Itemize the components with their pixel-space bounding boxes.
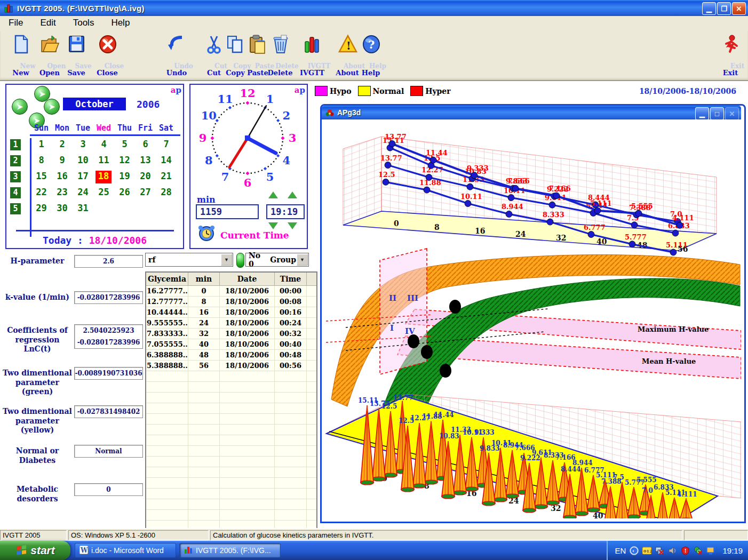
glycemia-3d-line-chart: 0816243240485612.511.8810.118.9448.3336.… [322,119,741,265]
display-settings-icon[interactable] [706,546,715,555]
start-button[interactable]: start [0,541,70,560]
table-cell [188,435,220,446]
table-row[interactable]: 10.44444...1618/10/200600:16 [146,307,317,318]
network-disconnected-icon[interactable] [655,546,664,555]
day-cell[interactable]: 29 [31,203,52,215]
selected-day[interactable]: 18 [96,171,112,183]
day-cell[interactable]: 6 [135,139,156,151]
ivgtt-button[interactable]: IVGTTIVGTT [299,34,325,78]
help-button[interactable]: ?HelpHelp [357,34,384,78]
clock-number: 8 [205,154,213,167]
volume-icon[interactable] [668,546,677,555]
chevron-down-icon[interactable]: ▼ [297,254,308,266]
table-cell: 40 [188,339,220,350]
day-cell[interactable]: 24 [73,187,93,199]
chevron-down-icon[interactable]: ▼ [221,254,232,266]
minute-down-button[interactable] [288,222,297,229]
day-cell[interactable]: 12 [114,155,135,167]
day-cell[interactable]: 27 [135,187,156,199]
table-row[interactable]: 7.833333...3218/10/200600:32 [146,329,317,339]
table-row[interactable]: 6.388888...4818/10/200600:48 [146,350,317,361]
language-indicator[interactable]: EN [615,546,626,555]
taskbar-task-2[interactable]: IVGTT 2005. (F:\IVG... [179,543,281,558]
table-row[interactable]: 16.27777...018/10/200600:00 [146,286,317,297]
day-cell[interactable]: 31 [73,203,93,215]
day-cell[interactable]: 7 [156,139,177,151]
svg-text:13.77: 13.77 [393,394,413,402]
week-number: 3 [10,171,21,182]
calendar-next-month-button[interactable]: ➤ [44,99,60,115]
day-cell[interactable]: 17 [73,171,93,183]
day-cell[interactable]: 4 [93,139,114,151]
calendar-prev-month-button[interactable]: ➤ [12,99,28,115]
table-cell [307,435,317,446]
day-cell[interactable]: 2 [52,139,73,151]
open-button[interactable]: OpenOpen [36,34,63,78]
time-input[interactable]: 19:19 [266,204,305,219]
day-cell[interactable]: 30 [52,203,73,215]
save-button[interactable]: SaveSave [63,34,90,78]
table-cell: 00:56 [275,361,307,371]
close-button[interactable]: ✕ [732,2,746,15]
apg3d-minimize-button[interactable]: ▁ [695,107,709,120]
apg3d-maximize-button[interactable]: □ [710,107,724,120]
hide-icons-chevron-icon[interactable]: ‹ [630,546,639,555]
undo-button[interactable]: UndoUndo [163,34,190,78]
apg3d-title-bar[interactable]: APg3d ▁ □ ✕ [322,106,741,119]
table-row[interactable]: 9.555555...2418/10/200600:24 [146,318,317,329]
delete-button[interactable]: DeleteDelete [267,34,293,78]
day-cell[interactable]: 26 [114,187,135,199]
day-cell[interactable]: 1 [31,139,52,151]
day-cell[interactable]: 14 [156,155,177,167]
day-cell[interactable]: 15 [31,171,52,183]
minutes-input[interactable]: 1159 [196,204,259,219]
messenger-offline-icon[interactable] [694,546,703,555]
table-cell: 18/10/2006 [220,339,275,350]
table-row[interactable]: 12.77777...818/10/200600:08 [146,297,317,307]
day-cell[interactable]: 23 [52,187,73,199]
menu-help[interactable]: Help [102,17,138,30]
day-cell[interactable]: 11 [93,155,114,167]
day-cell[interactable]: 22 [31,187,52,199]
taskbar-clock[interactable]: 19:19 [722,546,743,555]
day-cell[interactable]: 28 [156,187,177,199]
keyboard-indicator-icon[interactable]: 012 [642,546,651,555]
day-cell[interactable]: 5 [114,139,135,151]
minute-up-button[interactable] [288,191,297,198]
group-combobox[interactable]: No 0 Group ▼ [245,253,309,267]
table-row[interactable]: 5.388888...5618/10/200600:56 [146,361,317,371]
new-button[interactable]: NewNew [7,34,34,78]
menu-edit[interactable]: Edit [31,17,64,30]
day-cell[interactable]: 21 [156,171,177,183]
day-cell[interactable]: 9 [52,155,73,167]
hour-up-button[interactable] [268,191,278,198]
day-cell[interactable]: 8 [31,155,52,167]
about-button[interactable]: !AboutAbout [334,34,361,78]
day-cell[interactable]: 19 [114,171,135,183]
calendar-month[interactable]: October [63,98,126,110]
dataset-combobox[interactable]: rf ▼ [145,253,233,267]
hypo-color-swatch [315,86,328,96]
day-cell[interactable]: 16 [52,171,73,183]
menu-tools[interactable]: Tools [65,17,103,30]
day-cell[interactable]: 13 [135,155,156,167]
table-row[interactable]: 7.055555...4018/10/200600:40 [146,339,317,350]
day-cell[interactable]: 10 [73,155,93,167]
hour-down-button[interactable] [268,222,278,229]
restore-button[interactable]: ❐ [717,2,731,15]
table-cell [220,499,275,510]
close-button[interactable]: CloseClose [94,34,121,78]
menu-file[interactable]: File [0,17,31,30]
table-cell: 0 [188,286,220,297]
security-shield-icon[interactable]: ! [681,546,690,555]
apg3d-close-button[interactable]: ✕ [725,107,739,120]
day-cell[interactable]: 20 [135,171,156,183]
glycemia-table[interactable]: GlycemiaminDateTime16.27777...018/10/200… [145,271,317,560]
taskbar-task-1[interactable]: Wi.doc - Microsoft Word [75,543,176,558]
minimize-button[interactable]: ▁ [702,2,716,15]
svg-text:!: ! [685,548,687,554]
day-cell[interactable]: 3 [73,139,93,151]
exit-button[interactable]: ExitExit [717,34,744,78]
day-cell[interactable]: 25 [93,187,114,199]
table-cell [188,371,220,382]
